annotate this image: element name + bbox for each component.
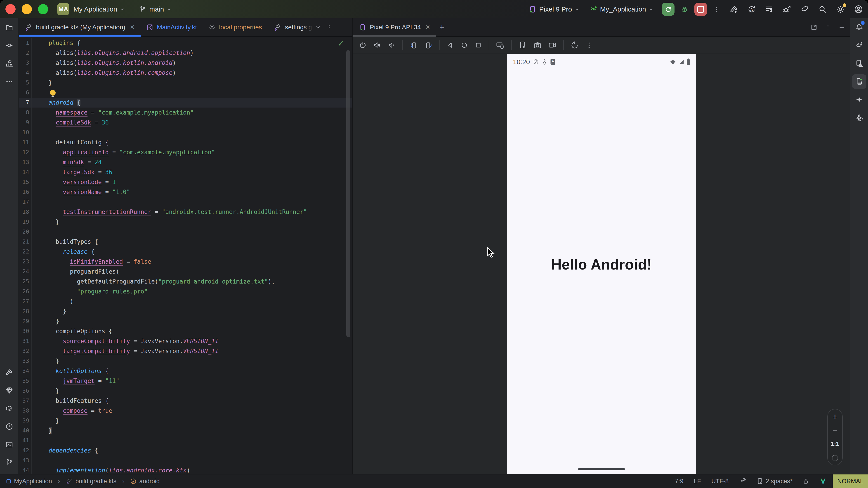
gesture-navigation-bar[interactable]: [578, 468, 625, 470]
breadcrumb-file[interactable]: build.gradle.kts: [75, 478, 116, 485]
vim-mode-badge[interactable]: NORMAL: [833, 475, 868, 488]
code-line[interactable]: 28 }: [19, 306, 352, 316]
close-tab-icon[interactable]: ✕: [130, 24, 135, 31]
run-configuration-selector[interactable]: My_Application: [589, 5, 653, 13]
code-line[interactable]: 40}: [19, 426, 352, 435]
sidebar-item-terminal[interactable]: [2, 435, 17, 454]
code-line[interactable]: 35 jvmTarget = "11": [19, 376, 352, 386]
code-editor[interactable]: 1plugins {2 alias(libs.plugins.android.a…: [19, 37, 352, 474]
inspection-ok-icon[interactable]: ✓: [337, 38, 344, 48]
sidebar-item-gradle[interactable]: [852, 36, 866, 55]
open-in-window-icon[interactable]: [811, 24, 817, 31]
code-line[interactable]: 19 }: [19, 217, 352, 227]
encoding-widget[interactable]: UTF-8: [711, 478, 729, 485]
line-separator-widget[interactable]: LF: [694, 478, 701, 485]
code-line[interactable]: 25 getDefaultProguardFile("proguard-andr…: [19, 276, 352, 287]
maximize-window-button[interactable]: [38, 4, 48, 14]
more-run-options-icon[interactable]: [713, 6, 720, 13]
stop-button[interactable]: [694, 3, 707, 16]
sidebar-item-structure[interactable]: [2, 55, 17, 72]
code-line[interactable]: 6: [19, 88, 352, 98]
debug-button[interactable]: [680, 5, 689, 13]
code-line[interactable]: 20: [19, 227, 352, 237]
code-line[interactable]: 27 ): [19, 296, 352, 306]
code-line[interactable]: 10: [19, 127, 352, 137]
code-line[interactable]: 34 kotlinOptions {: [19, 366, 352, 376]
code-line[interactable]: 43: [19, 455, 352, 465]
device-selector[interactable]: Pixel 9 Pro: [529, 5, 579, 13]
code-line[interactable]: 44 implementation(libs.androidx.core.ktx…: [19, 465, 352, 474]
power-icon[interactable]: [359, 41, 367, 49]
code-line[interactable]: 41: [19, 435, 352, 446]
code-line[interactable]: 12 applicationId = "com.example.myapplic…: [19, 147, 352, 157]
panel-options-icon[interactable]: [825, 24, 831, 30]
sidebar-item-notifications[interactable]: [852, 18, 866, 36]
breadcrumb[interactable]: MyApplication › build.gradle.kts › andro…: [6, 478, 160, 485]
account-icon[interactable]: [854, 5, 863, 14]
code-line[interactable]: 17: [19, 197, 352, 207]
code-line[interactable]: 16 versionName = "1.0": [19, 187, 352, 197]
toolbar-lines-icon[interactable]: [765, 5, 774, 13]
zoom-out-button[interactable]: −: [832, 428, 837, 433]
code-line[interactable]: 3 alias(libs.plugins.kotlin.android): [19, 58, 352, 68]
code-line[interactable]: 23 isMinifyEnabled = false: [19, 257, 352, 267]
zoom-fit-button[interactable]: [832, 455, 838, 461]
back-icon[interactable]: [447, 41, 454, 49]
new-device-tab-button[interactable]: +: [436, 18, 447, 36]
sidebar-item-gemini[interactable]: [852, 91, 866, 109]
snapshots-restore-icon[interactable]: [570, 41, 579, 49]
device-screen[interactable]: 10:20 A Hello Android!: [507, 54, 696, 474]
code-line[interactable]: 33 }: [19, 356, 352, 366]
tab-local-properties[interactable]: local.properties: [203, 18, 268, 36]
code-line[interactable]: 29 }: [19, 316, 352, 326]
code-line[interactable]: 8 namespace = "com.example.myapplication…: [19, 107, 352, 118]
zoom-1-1-button[interactable]: 1:1: [831, 440, 839, 447]
indent-widget[interactable]: 2 spaces*: [756, 478, 793, 485]
code-line[interactable]: 1plugins {: [19, 38, 352, 48]
code-line[interactable]: 14 targetSdk = 36: [19, 167, 352, 177]
apply-changes-icon[interactable]: A: [747, 5, 756, 13]
tab-options-icon[interactable]: [326, 24, 332, 30]
lock-open-icon[interactable]: [803, 478, 809, 484]
rotate-left-icon[interactable]: [410, 41, 418, 49]
ai-assistant-disabled-icon[interactable]: [739, 478, 746, 485]
ideavim-icon[interactable]: [819, 478, 827, 485]
project-selector[interactable]: My Application: [73, 5, 117, 13]
zoom-in-button[interactable]: +: [832, 413, 837, 421]
search-everywhere-icon[interactable]: [818, 5, 827, 13]
build-icon[interactable]: [730, 5, 738, 13]
code-line[interactable]: 21 buildTypes {: [19, 237, 352, 247]
show-hidden-tabs-icon[interactable]: [315, 24, 321, 30]
code-line[interactable]: 4 alias(libs.plugins.kotlin.compose): [19, 68, 352, 78]
code-line[interactable]: 26 "proguard-rules.pro": [19, 287, 352, 296]
sidebar-item-airplane[interactable]: [852, 109, 866, 127]
code-line[interactable]: 30 compileOptions {: [19, 326, 352, 336]
sidebar-item-more[interactable]: [2, 72, 17, 91]
intention-bulb-icon[interactable]: [50, 90, 56, 96]
code-line[interactable]: 2 alias(libs.plugins.android.application…: [19, 48, 352, 58]
vcs-branch-widget[interactable]: main: [139, 5, 172, 13]
hardware-input-icon[interactable]: [496, 41, 504, 50]
emulator-more-icon[interactable]: [585, 41, 593, 49]
tab-build-gradle[interactable]: build.gradle.kts (My Application) ✕: [19, 18, 141, 36]
device-settings-icon[interactable]: [519, 41, 527, 49]
volume-down-icon[interactable]: [388, 41, 396, 49]
breadcrumb-module[interactable]: MyApplication: [14, 478, 52, 485]
sync-project-gradle-icon[interactable]: [800, 5, 809, 14]
tab-mainactivity[interactable]: MainActivity.kt: [141, 18, 203, 36]
rotate-right-icon[interactable]: [425, 41, 433, 49]
code-line[interactable]: 15 versionCode = 1: [19, 177, 352, 187]
attach-debugger-icon[interactable]: [782, 5, 791, 13]
code-line[interactable]: 39 }: [19, 416, 352, 426]
minimize-window-button[interactable]: [22, 4, 32, 14]
screenshot-camera-icon[interactable]: [533, 41, 541, 49]
code-line[interactable]: 13 minSdk = 24: [19, 157, 352, 167]
code-line[interactable]: 24 proguardFiles(: [19, 267, 352, 276]
sidebar-item-commit[interactable]: [2, 36, 17, 55]
code-line[interactable]: 11 defaultConfig {: [19, 137, 352, 147]
overview-icon[interactable]: [475, 41, 482, 49]
home-icon[interactable]: [461, 41, 468, 49]
screen-record-icon[interactable]: [548, 41, 557, 49]
tab-pixel-device[interactable]: Pixel 9 Pro API 34 ✕: [353, 18, 436, 36]
volume-up-icon[interactable]: [373, 41, 381, 49]
